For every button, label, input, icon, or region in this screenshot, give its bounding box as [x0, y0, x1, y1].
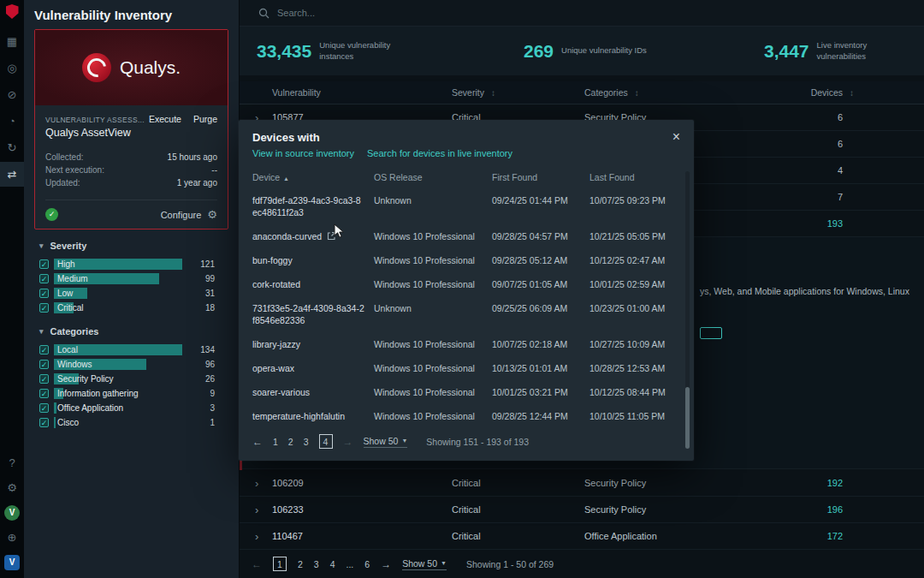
settings-gear-icon[interactable]: ⚙ — [0, 475, 24, 500]
column-categories[interactable]: Categories↕ — [584, 87, 798, 98]
sort-icon[interactable]: ↕ — [491, 88, 495, 98]
column-device[interactable]: Device▲ — [252, 172, 374, 182]
facet-category-security-policy: Security Policy 26 — [24, 372, 239, 386]
execute-button[interactable]: Execute — [149, 114, 181, 124]
facet-severity-medium: Medium 99 — [24, 271, 239, 286]
qualys-logo-icon — [82, 53, 111, 82]
checkbox-low[interactable] — [39, 289, 49, 298]
help-icon[interactable]: ? — [0, 450, 24, 475]
vuln-row-106233[interactable]: › 106233 Critical Security Policy 196 — [240, 497, 924, 523]
stat-unique-ids: 269 Unique vulnerability IDs — [524, 27, 647, 75]
devices-modal: Devices with × View in source inventory … — [239, 120, 694, 461]
policies-icon[interactable]: ⊘ — [0, 82, 24, 107]
connector-card: Qualys. VULNERABILITY ASSESS... Execute … — [34, 29, 228, 229]
categories-section-header[interactable]: ▾ Categories — [24, 315, 239, 343]
device-name: fdf79def-a239-4ac3-9ca3-8ec48611f2a3 — [252, 194, 374, 218]
view-source-inventory-link[interactable]: View in source inventory — [252, 148, 354, 158]
devices-count-link[interactable]: 193 — [798, 218, 843, 229]
purge-button[interactable]: Purge — [193, 114, 217, 124]
row-expand-icon[interactable]: › — [240, 477, 272, 490]
connector-name: Qualys AssetView — [45, 127, 217, 139]
history-icon[interactable]: ↻ — [0, 135, 24, 160]
page-3[interactable]: 3 — [304, 437, 309, 447]
vuln-row-106209[interactable]: › 106209 Critical Security Policy 192 — [240, 470, 924, 497]
page-1[interactable]: 1 — [273, 437, 278, 447]
gear-icon: ⚙ — [207, 208, 217, 221]
device-name: 731f33e5-2a4f-4309-8a34-2f8546e82336 — [252, 302, 374, 326]
rail-bottom-icons: ?⚙V⊕V — [0, 450, 24, 575]
row-expand-icon[interactable]: › — [240, 504, 272, 516]
next-page-icon[interactable]: → — [343, 436, 353, 448]
checkbox-office-application[interactable] — [39, 403, 49, 413]
workspace-badge-blue[interactable]: V — [0, 550, 24, 575]
chevron-down-icon: ▾ — [39, 327, 44, 336]
modal-table-header: Device▲ OS Release First Found Last Foun… — [252, 172, 680, 188]
severity-section-header[interactable]: ▾ Severity — [24, 229, 239, 257]
checkbox-cisco[interactable] — [39, 418, 49, 427]
modal-title: Devices with — [252, 131, 320, 144]
severity-cell: Critical — [452, 504, 584, 515]
categories-cell: Security Policy — [584, 504, 798, 515]
page-2[interactable]: 2 — [288, 437, 293, 447]
user-badge-green[interactable]: V — [0, 500, 24, 525]
checkbox-windows[interactable] — [39, 360, 49, 369]
page-1-current[interactable]: 1 — [273, 557, 287, 571]
qualys-wordmark: Qualys. — [120, 57, 181, 78]
scans-icon[interactable]: ◔ — [0, 109, 24, 134]
column-severity[interactable]: Severity↕ — [452, 87, 584, 98]
checkbox-medium[interactable] — [39, 274, 49, 283]
connector-type-label: VULNERABILITY ASSESS... — [45, 116, 145, 124]
device-row: opera-wax Windows 10 Professional 10/13/… — [252, 356, 680, 380]
row-expand-icon[interactable]: › — [240, 530, 272, 543]
prev-page-icon[interactable]: ← — [252, 558, 262, 570]
show-per-page-dropdown[interactable]: Show 50 ▼ — [402, 558, 447, 570]
facet-category-information-gathering: Information gathering 9 — [24, 386, 239, 401]
device-row: library-jazzy Windows 10 Professional 10… — [252, 332, 680, 356]
sort-icon[interactable]: ↕ — [850, 88, 854, 98]
column-first-found[interactable]: First Found — [492, 172, 589, 182]
checkbox-critical[interactable] — [39, 303, 49, 313]
page-2[interactable]: 2 — [298, 559, 303, 569]
next-page-icon[interactable]: → — [381, 558, 391, 570]
column-os-release[interactable]: OS Release — [374, 172, 492, 182]
checkbox-high[interactable] — [39, 259, 49, 269]
devices-count-link[interactable]: 192 — [798, 478, 843, 488]
device-name: bun-foggy — [252, 254, 374, 266]
show-per-page-dropdown[interactable]: Show 50 ▼ — [364, 436, 408, 448]
checkbox-security-policy[interactable] — [39, 374, 49, 384]
device-name: opera-wax — [252, 362, 374, 374]
page-4[interactable]: 4 — [330, 559, 335, 569]
checkbox-information-gathering[interactable] — [39, 389, 49, 398]
configure-button[interactable]: Configure ⚙ — [161, 208, 217, 221]
column-vulnerability[interactable]: Vulnerability — [272, 87, 452, 98]
prev-page-icon[interactable]: ← — [252, 436, 263, 448]
global-search[interactable]: Search... — [240, 0, 924, 27]
column-last-found[interactable]: Last Found — [589, 172, 680, 182]
page-6[interactable]: 6 — [364, 559, 370, 569]
search-icon — [258, 8, 270, 19]
scrollbar-thumb[interactable] — [685, 387, 690, 449]
devices-count-link[interactable]: 172 — [798, 531, 843, 541]
device-row: cork-rotated Windows 10 Professional 09/… — [252, 272, 680, 296]
column-devices[interactable]: Devices — [798, 87, 843, 98]
close-icon[interactable]: × — [672, 131, 680, 142]
chevron-down-icon: ▼ — [441, 560, 447, 566]
app-shield-logo-icon — [6, 4, 19, 19]
facet-category-local: Local 134 — [24, 343, 239, 357]
vuln-row-110467[interactable]: › 110467 Critical Office Application 172 — [240, 523, 924, 550]
devices-count-link[interactable]: 196 — [798, 504, 843, 515]
globe-icon[interactable]: ⊕ — [0, 525, 24, 550]
app-screen: ▦◎⊘◔↻⇄ ?⚙V⊕V Vulnerability Inventory Qua… — [0, 0, 924, 578]
device-row: temperature-highfalutin Windows 10 Profe… — [252, 404, 680, 428]
dashboard-grid-icon[interactable]: ▦ — [0, 29, 24, 54]
connectors-icon[interactable]: ⇄ — [0, 162, 24, 187]
connector-brand-hero: Qualys. — [35, 30, 228, 105]
inventory-icon[interactable]: ◎ — [0, 56, 24, 80]
page-3[interactable]: 3 — [314, 559, 319, 569]
sort-icon[interactable]: ↕ — [635, 88, 639, 98]
checkbox-local[interactable] — [39, 345, 49, 355]
categories-cell: Security Policy — [584, 478, 798, 488]
page-4-current[interactable]: 4 — [319, 434, 333, 449]
search-live-inventory-link[interactable]: Search for devices in live inventory — [367, 148, 512, 158]
expanded-row-action-fragment[interactable] — [700, 327, 722, 339]
